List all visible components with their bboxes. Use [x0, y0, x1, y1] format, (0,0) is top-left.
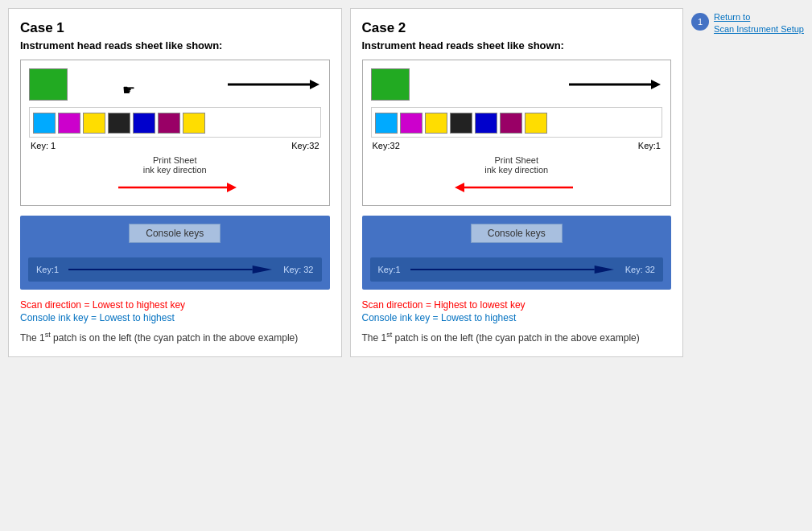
- case2-console-keys-box: Console keys: [471, 224, 563, 243]
- case2-console-bar: Key:1 Key: 32: [370, 257, 664, 282]
- case2-color-keys-row: [371, 107, 663, 138]
- case1-console-keys-wrapper: Console keys: [28, 224, 322, 251]
- case1-patch-note: The 1st patch is on the left (the cyan p…: [20, 330, 330, 345]
- case1-green-square: [29, 68, 68, 101]
- case1-scan-row: ☛: [29, 68, 321, 101]
- case2-console-ink: Console ink key = Lowest to highest: [362, 312, 672, 323]
- case1-key-label-row: Key: 1 Key:32: [29, 141, 321, 150]
- case1-subtitle: Instrument head reads sheet like shown:: [20, 39, 330, 51]
- case2-green-square: [371, 68, 410, 101]
- case1-right-arrow-svg: [225, 75, 321, 94]
- case2-scan-row: [371, 68, 663, 101]
- case1-key-start-label: Key: 1: [31, 141, 56, 150]
- case2-print-sheet-label: Print Sheet ink key direction: [371, 155, 663, 175]
- case2-red-arrow-svg: [452, 178, 581, 197]
- case1-console-ink: Console ink key = Lowest to highest: [20, 312, 330, 323]
- svg-marker-9: [455, 183, 464, 192]
- case1-key-yellow: [83, 113, 105, 134]
- case2-card: Case 2 Instrument head reads sheet like …: [350, 8, 684, 357]
- case1-red-arrow-svg: [110, 178, 239, 197]
- case1-console-bar: Key:1 Key: 32: [28, 257, 322, 282]
- case2-title: Case 2: [362, 20, 672, 36]
- case2-key-yellow: [425, 113, 447, 134]
- svg-marker-11: [594, 266, 613, 274]
- case2-console-arrow-svg: [407, 262, 619, 277]
- case1-ink-key-arrow: [29, 178, 321, 197]
- case1-console-key-start: Key:1: [36, 265, 59, 274]
- case1-key-end-label: Key:32: [291, 141, 319, 150]
- return-circle-badge: 1: [691, 13, 709, 31]
- svg-marker-5: [253, 266, 272, 274]
- case2-key-end-label: Key:1: [638, 141, 661, 150]
- case2-patch-note: The 1st patch is on the left (the cyan p…: [362, 330, 672, 345]
- case2-key-label-row: Key:32 Key:1: [371, 141, 663, 150]
- case1-key-blue: [133, 113, 155, 134]
- case1-scan-diagram: ☛ Key: 1 Key:32 Print Sheet ink key dire…: [20, 60, 330, 206]
- return-to-scan-button[interactable]: 1 Return toScan Instrument Setup: [691, 11, 804, 36]
- case1-color-keys-row: [29, 107, 321, 138]
- case1-key-light-yellow: [183, 113, 205, 134]
- case1-print-sheet-label: Print Sheet ink key direction: [29, 155, 321, 175]
- svg-marker-1: [310, 80, 319, 89]
- case2-key-blue: [475, 113, 497, 134]
- case1-console-arrow: [65, 262, 277, 277]
- case2-subtitle: Instrument head reads sheet like shown:: [362, 39, 672, 51]
- case1-scan-direction: Scan direction = Lowest to highest key: [20, 299, 330, 311]
- case2-key-start-label: Key:32: [373, 141, 400, 150]
- case1-key-black: [108, 113, 130, 134]
- case1-console-keys-box: Console keys: [129, 224, 221, 243]
- case1-key-magenta: [58, 113, 80, 134]
- sidebar: 1 Return toScan Instrument Setup: [691, 8, 804, 36]
- case1-console-arrow-svg: [65, 262, 277, 277]
- case2-console-keys-wrapper: Console keys: [370, 224, 664, 251]
- case1-key-cyan: [33, 113, 56, 134]
- svg-marker-3: [227, 183, 237, 192]
- case2-ink-key-arrow: [371, 178, 663, 197]
- return-label: Return toScan Instrument Setup: [714, 11, 804, 36]
- case2-scan-diagram: Key:32 Key:1 Print Sheet ink key directi…: [362, 60, 672, 206]
- case2-key-cyan: [375, 113, 398, 134]
- case2-key-magenta: [400, 113, 422, 134]
- case2-key-black: [450, 113, 472, 134]
- svg-marker-7: [651, 80, 661, 89]
- cases-container: Case 1 Instrument head reads sheet like …: [8, 8, 683, 357]
- case1-key-dark-magenta: [158, 113, 180, 134]
- case2-console-section: Console keys Key:1 Key: 32: [362, 216, 672, 290]
- case2-key-dark-magenta: [500, 113, 522, 134]
- case1-card: Case 1 Instrument head reads sheet like …: [8, 8, 342, 357]
- case2-console-arrow: [407, 262, 619, 277]
- case2-console-key-start: Key:1: [378, 265, 401, 274]
- case1-arrow-right: ☛: [74, 75, 321, 94]
- case1-console-section: Console keys Key:1 Key: 32: [20, 216, 330, 290]
- case1-console-key-end: Key: 32: [283, 265, 313, 274]
- case1-cursor-icon: ☛: [122, 81, 135, 99]
- case2-console-key-end: Key: 32: [625, 265, 655, 274]
- case2-arrow-right: [416, 75, 663, 94]
- case2-key-light-yellow: [525, 113, 547, 134]
- case2-scan-direction: Scan direction = Highest to lowest key: [362, 299, 672, 311]
- case1-title: Case 1: [20, 20, 330, 36]
- case2-right-arrow-svg: [566, 75, 662, 94]
